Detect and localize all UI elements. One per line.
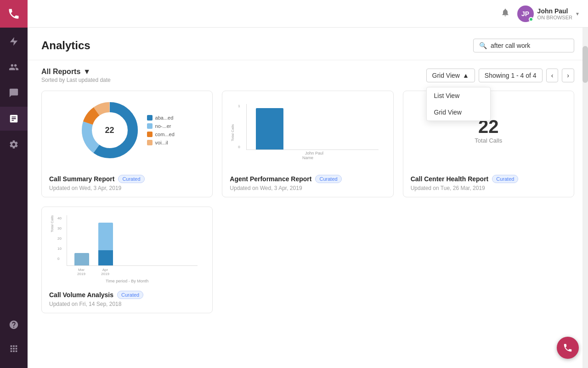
card-title-3: Call Center Health Report	[411, 175, 489, 183]
card-title-row-2: Agent Performance Report Curated	[230, 175, 385, 183]
cards-grid: 22 aba...ed no-...er com..	[28, 91, 588, 327]
agent-x-label: John Paul	[246, 151, 382, 155]
card-title-row-1: Call Summary Report Curated	[49, 175, 205, 183]
card-updated-2: Updated on Wed, 3 Apr, 2019	[230, 185, 385, 191]
legend-color-4	[147, 140, 153, 145]
sidebar-bottom	[0, 311, 28, 361]
agent-chart-wrapper: 1 0 Total Calls John Paul Name	[230, 100, 385, 160]
content-area: Analytics 🔍 All Reports ▼ Sorted by Last…	[28, 28, 588, 368]
curated-badge-2: Curated	[315, 175, 341, 183]
reports-right: Grid View ▲ List View Grid View Showing …	[426, 69, 575, 82]
card-updated-1: Updated on Wed, 3 Apr, 2019	[49, 185, 205, 191]
scrollbar-track[interactable]	[582, 28, 588, 368]
next-page-button[interactable]: ›	[562, 69, 574, 82]
avatar: JP	[517, 6, 534, 22]
all-reports-button[interactable]: All Reports ▼	[41, 68, 111, 76]
curated-badge-1: Curated	[118, 175, 144, 183]
sidebar-item-analytics[interactable]	[0, 107, 28, 131]
vol-chart-subtitle: Time period - By Month	[53, 279, 201, 283]
card-updated-4: Updated on Fri, 14 Sep, 2018	[49, 301, 205, 307]
vol-y-axis-label: Total Calls	[50, 215, 54, 232]
showing-count: Showing 1 - 4 of 4	[479, 69, 543, 82]
metric-label: Total Calls	[475, 137, 502, 144]
status-indicator	[529, 17, 533, 22]
curated-badge-3: Curated	[492, 175, 518, 183]
report-card-call-volume[interactable]: Total Calls 40 30 20 10 0	[41, 207, 213, 313]
card-footer-1: Call Summary Report Curated Updated on W…	[42, 169, 212, 197]
grid-view-button[interactable]: Grid View ▲	[426, 69, 475, 82]
sidebar-item-apps[interactable]	[0, 337, 28, 361]
main-area: JP John Paul ON BROWSER ▾ Analytics 🔍 Al…	[28, 0, 588, 368]
user-name: John Paul	[537, 7, 572, 15]
card-title-2: Agent Performance Report	[230, 175, 311, 183]
vol-bar-apr	[98, 223, 113, 265]
analytics-header: Analytics 🔍	[28, 28, 588, 60]
search-box[interactable]: 🔍	[473, 39, 574, 52]
chart-area-volume: Total Calls 40 30 20 10 0	[42, 207, 212, 285]
agent-bar-john-paul	[256, 108, 283, 150]
sort-label: Sorted by Last updated date	[41, 77, 111, 83]
agent-bars	[246, 104, 378, 150]
view-dropdown-menu: List View Grid View	[426, 87, 491, 121]
curated-badge-4: Curated	[117, 291, 143, 299]
legend-color-2	[147, 123, 153, 129]
legend-color-3	[147, 132, 153, 137]
donut-center-value: 22	[105, 126, 114, 135]
reports-left: All Reports ▼ Sorted by Last updated dat…	[41, 68, 111, 83]
user-name-block: John Paul ON BROWSER	[537, 7, 572, 20]
y-axis-label: Total Calls	[231, 124, 235, 141]
donut-legend: aba...ed no-...er com...ed voi...il	[147, 115, 175, 145]
user-status: ON BROWSER	[537, 15, 572, 20]
sidebar-item-settings[interactable]	[0, 132, 28, 156]
top-header: JP John Paul ON BROWSER ▾	[28, 0, 588, 28]
vol-x-labels: Mar 2019 Apr 2019	[67, 266, 201, 278]
floating-phone-button[interactable]	[557, 337, 579, 359]
dropdown-arrow-icon: ▼	[83, 68, 90, 76]
reports-toolbar: All Reports ▼ Sorted by Last updated dat…	[28, 60, 588, 91]
card-title-4: Call Volume Analysis	[49, 291, 113, 299]
sidebar-item-help[interactable]	[0, 313, 28, 337]
card-title-row-4: Call Volume Analysis Curated	[49, 291, 205, 299]
view-dropdown-container: Grid View ▲ List View Grid View	[426, 69, 475, 82]
caret-up-icon: ▲	[463, 72, 469, 79]
search-icon: 🔍	[479, 42, 487, 49]
report-card-agent-performance[interactable]: 1 0 Total Calls John Paul Name Agent Per…	[222, 91, 393, 197]
card-footer-3: Call Center Health Report Curated Update…	[403, 169, 574, 197]
chevron-down-icon: ▾	[576, 11, 579, 17]
sidebar-logo[interactable]	[0, 0, 28, 28]
card-footer-4: Call Volume Analysis Curated Updated on …	[42, 285, 212, 313]
list-view-option[interactable]: List View	[427, 87, 490, 104]
sidebar-item-users[interactable]	[0, 55, 28, 79]
search-input[interactable]	[491, 42, 568, 49]
agent-name-label: Name	[233, 155, 382, 160]
scrollbar-thumb[interactable]	[582, 46, 588, 83]
legend-item-3: com...ed	[147, 132, 175, 137]
user-info[interactable]: JP John Paul ON BROWSER ▾	[517, 6, 579, 22]
prev-page-button[interactable]: ‹	[546, 69, 559, 82]
card-footer-2: Agent Performance Report Curated Updated…	[222, 169, 393, 197]
volume-bars	[67, 215, 198, 266]
volume-chart-wrapper: Total Calls 40 30 20 10 0	[49, 212, 205, 281]
report-card-call-summary[interactable]: 22 aba...ed no-...er com..	[41, 91, 213, 197]
page-title: Analytics	[41, 39, 90, 52]
chart-area-agent: 1 0 Total Calls John Paul Name	[222, 91, 393, 169]
vol-bar-mar	[74, 253, 89, 265]
notification-bell[interactable]	[501, 8, 510, 19]
sidebar	[0, 0, 28, 368]
grid-view-option[interactable]: Grid View	[427, 104, 490, 121]
legend-item-2: no-...er	[147, 123, 175, 129]
sidebar-item-chat[interactable]	[0, 81, 28, 105]
card-title-row-3: Call Center Health Report Curated	[411, 175, 566, 183]
sidebar-item-lightning[interactable]	[0, 29, 28, 53]
card-title-1: Call Summary Report	[49, 175, 114, 183]
donut-chart: 22	[80, 100, 140, 160]
legend-color-1	[147, 115, 153, 121]
card-updated-3: Updated on Tue, 26 Mar, 2019	[411, 185, 566, 191]
legend-item-1: aba...ed	[147, 115, 175, 121]
chart-area-donut: 22 aba...ed no-...er com..	[42, 91, 212, 169]
legend-item-4: voi...il	[147, 140, 175, 145]
